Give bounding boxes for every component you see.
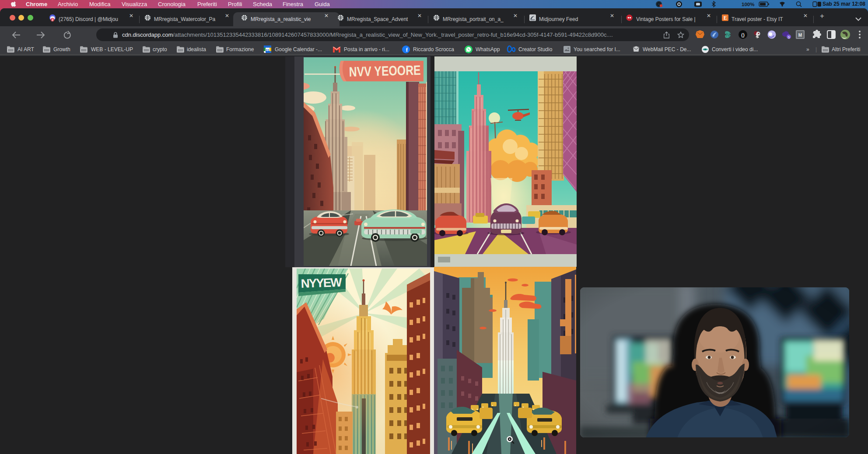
svg-text:NVV YEOORE: NVV YEOORE <box>349 63 421 80</box>
svg-text:NYYEW: NYYEW <box>301 276 343 290</box>
svg-text:100%: 100% <box>742 2 754 7</box>
svg-text:f: f <box>406 46 408 53</box>
svg-text:31: 31 <box>266 48 270 52</box>
svg-text:2: 2 <box>52 18 53 21</box>
svg-text:⟨⟩: ⟨⟩ <box>741 32 745 38</box>
svg-text:N: N <box>726 31 730 38</box>
svg-text:M: M <box>798 33 802 38</box>
svg-text:5: 5 <box>788 35 790 39</box>
svg-text:E: E <box>724 15 727 21</box>
